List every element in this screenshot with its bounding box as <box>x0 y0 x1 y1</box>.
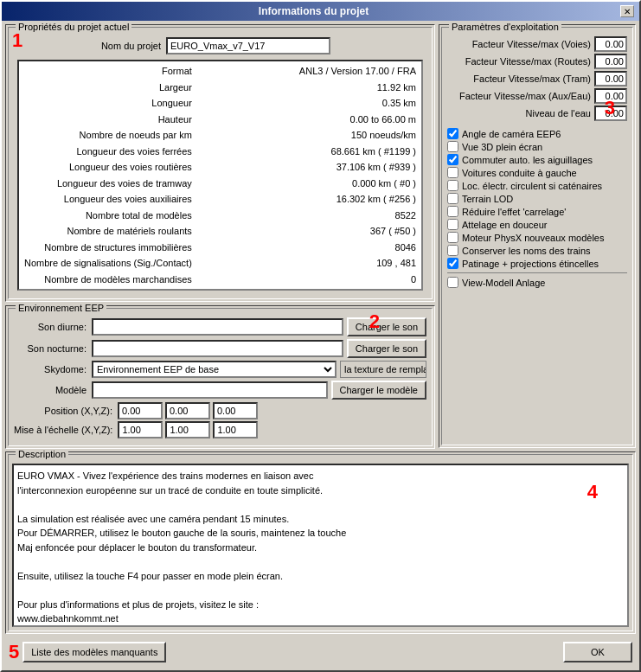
skydome-label: Skydome: <box>14 364 92 374</box>
son-diurne-input[interactable] <box>92 318 343 336</box>
modele-input[interactable] <box>92 381 328 399</box>
pos-y-input[interactable] <box>165 402 210 419</box>
table-row: Hauteur 0.00 to 66.00 m <box>22 112 418 128</box>
checkbox-label-0: Angle de caméra EEP6 <box>462 129 561 139</box>
checkbox-row: Commuter auto. les aiguillages <box>447 154 627 165</box>
checkbox-row: Terrain LOD <box>447 193 627 204</box>
voies-routieres-value: 37.106 km ( #939 ) <box>196 159 418 176</box>
son-nocturne-label: Son nocturne: <box>14 343 92 354</box>
table-row: Nombre de structures immobilières 8046 <box>22 240 418 256</box>
red-number-4: 4 <box>587 481 598 503</box>
checkbox-row: Conserver les noms des trains <box>447 245 627 256</box>
skydome-texture-label: la texture de rempla <box>340 361 426 378</box>
checkbox-row: Voitures conduite à gauche <box>447 167 627 178</box>
titlebar: Informations du projet ✕ <box>2 2 639 21</box>
window-title: Informations du projet <box>7 5 620 17</box>
missing-models-button[interactable]: Liste des modèles manquants <box>22 642 166 662</box>
auxiliaires-label: Longueur des voies auxiliaires <box>22 191 196 208</box>
close-button[interactable]: ✕ <box>620 5 634 17</box>
vitesse-voies-input[interactable] <box>594 36 627 52</box>
params-group-label: Paramètres d'exploitation <box>449 22 561 32</box>
modele-label: Modèle <box>14 385 92 395</box>
skydome-row: Skydome: Environnement EEP de base la te… <box>14 361 426 378</box>
checkbox-3[interactable] <box>447 167 458 178</box>
ech-y-input[interactable] <box>165 421 210 438</box>
checkbox-row: Loc. électr. circulent si caténaires <box>447 180 627 191</box>
project-info-table: Nom du projet Format ANL3 <box>14 35 426 293</box>
vitesse-tram-row: Facteur Vitesse/max (Tram) <box>447 71 627 86</box>
charger-modele-button[interactable]: Charger le modèle <box>331 381 427 400</box>
checkbox-1[interactable] <box>447 141 458 152</box>
nom-value <box>164 36 425 55</box>
table-row: Longueur des voies auxiliaires 16.302 km… <box>22 191 418 208</box>
checkbox-row: Patinage + projections étincelles <box>447 258 627 269</box>
checkbox-label-7: Attelage en douceur <box>462 220 547 230</box>
largeur-label: Largeur <box>22 80 196 96</box>
table-row: Format ANL3 / Version 17.00 / FRA Largeu… <box>16 57 425 291</box>
checkbox-4[interactable] <box>447 180 458 191</box>
description-label: Description <box>16 449 68 459</box>
checkbox-label-1: Vue 3D plein écran <box>462 142 542 152</box>
checkbox-label-8: Moteur PhysX nouveaux modèles <box>462 233 604 243</box>
modeles-total-label: Nombre total de modèles <box>22 208 196 224</box>
checkbox-row: Angle de caméra EEP6 <box>447 128 627 139</box>
description-group: Description 4 <box>5 451 636 634</box>
top-row: Propriétés du projet actuel 1 Nom du pro… <box>5 24 636 448</box>
table-row: Longueur 0.35 km <box>22 95 418 112</box>
son-nocturne-row: Son nocturne: Charger le son <box>14 339 426 358</box>
checkbox-label-10: Patinage + projections étincelles <box>462 259 599 269</box>
hauteur-label: Hauteur <box>22 112 196 128</box>
vitesse-routes-input[interactable] <box>594 54 627 69</box>
skydome-select[interactable]: Environnement EEP de base <box>92 361 337 378</box>
table-row: Nom du projet <box>16 36 425 55</box>
checkbox-8[interactable] <box>447 232 458 243</box>
charger-son1-button[interactable]: Charger le son <box>347 317 426 336</box>
voies-ferrees-value: 68.661 km ( #1199 ) <box>196 144 418 160</box>
position-label: Position (X,Y,Z): <box>14 406 118 416</box>
bottom-bar: 5 Liste des modèles manquants OK <box>5 637 636 667</box>
main-content: Propriétés du projet actuel 1 Nom du pro… <box>2 21 639 670</box>
auxiliaires-value: 16.302 km ( #256 ) <box>196 191 418 208</box>
vitesse-aux-row: Facteur Vitesse/max (Aux/Eau) <box>447 88 627 104</box>
pos-z-input[interactable] <box>213 402 258 419</box>
project-group: Propriétés du projet actuel 1 Nom du pro… <box>5 24 435 302</box>
view-modell-checkbox[interactable] <box>447 277 458 288</box>
materiels-value: 367 ( #50 ) <box>196 223 418 240</box>
checkbox-9[interactable] <box>447 245 458 256</box>
signalisations-value: 109 , 481 <box>196 255 418 272</box>
checkbox-7[interactable] <box>447 219 458 230</box>
divider <box>447 272 627 273</box>
left-column: Propriétés du projet actuel 1 Nom du pro… <box>5 24 435 448</box>
checkbox-5[interactable] <box>447 193 458 204</box>
pos-x-input[interactable] <box>118 402 163 419</box>
checkbox-6[interactable] <box>447 206 458 217</box>
marchandises-label: Nombre de modèles marchandises <box>22 272 196 288</box>
right-column: Paramètres d'exploitation 3 Facteur Vite… <box>439 24 636 448</box>
table-row: Largeur 11.92 km <box>22 80 418 96</box>
description-group-inner: Description 4 <box>8 454 633 631</box>
checkbox-2[interactable] <box>447 154 458 165</box>
checkbox-0[interactable] <box>447 128 458 139</box>
nom-input[interactable] <box>166 37 330 54</box>
noeuds-label: Nombre de noeuds par km <box>22 127 196 144</box>
checkbox-label-2: Commuter auto. les aiguillages <box>462 155 593 165</box>
checkbox-10[interactable] <box>447 258 458 269</box>
ech-x-input[interactable] <box>118 421 163 438</box>
ok-button[interactable]: OK <box>563 642 632 662</box>
ech-z-input[interactable] <box>213 421 258 438</box>
vitesse-voies-label: Facteur Vitesse/max (Voies) <box>447 39 594 49</box>
niveau-eau-label: Niveau de l'eau <box>447 108 594 118</box>
vitesse-tram-input[interactable] <box>594 71 627 86</box>
modeles-total-value: 8522 <box>196 208 418 224</box>
longueur-label: Longueur <box>22 95 196 112</box>
table-row: Nombre de noeuds par km 150 noeuds/km <box>22 127 418 144</box>
description-textarea[interactable] <box>12 464 629 627</box>
checkbox-row: Moteur PhysX nouveaux modèles <box>447 232 627 243</box>
charger-son2-button[interactable]: Charger le son <box>347 339 426 358</box>
largeur-value: 11.92 km <box>196 80 418 96</box>
vitesse-voies-row: Facteur Vitesse/max (Voies) <box>447 36 627 52</box>
hauteur-value: 0.00 to 66.00 m <box>196 112 418 128</box>
son-nocturne-input[interactable] <box>92 340 343 357</box>
params-group-inner: Paramètres d'exploitation 3 Facteur Vite… <box>441 27 633 445</box>
main-window: Informations du projet ✕ Propriétés du p… <box>0 0 641 672</box>
